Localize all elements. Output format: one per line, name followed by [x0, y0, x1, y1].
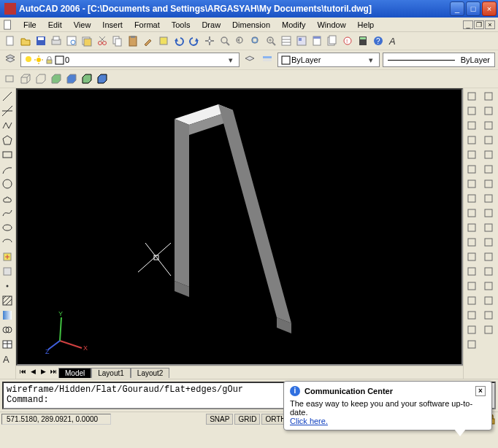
rotate-icon[interactable]: [481, 177, 496, 191]
layer-states-button[interactable]: [260, 53, 275, 67]
chevron-down-icon[interactable]: ▾: [366, 55, 376, 65]
tab-layout2[interactable]: Layout2: [131, 368, 170, 378]
revcloud-icon[interactable]: [0, 191, 15, 206]
mtext-icon[interactable]: A: [0, 352, 15, 366]
block-insert-icon[interactable]: [0, 250, 15, 264]
redo-icon[interactable]: [187, 34, 202, 48]
menu-dimension[interactable]: Dimension: [226, 19, 276, 31]
gradient-icon[interactable]: [0, 308, 15, 323]
mdi-close-button[interactable]: ×: [485, 20, 495, 29]
cut-icon[interactable]: [95, 34, 110, 48]
break-pt-icon[interactable]: [481, 250, 496, 264]
block-editor-icon[interactable]: [156, 34, 171, 48]
layer-dropdown[interactable]: 0 ▾: [20, 53, 240, 67]
layer-manager-button[interactable]: [3, 53, 18, 67]
ellipse-arc-icon[interactable]: [0, 235, 15, 250]
tangent-icon[interactable]: [464, 235, 479, 250]
snap-from-icon[interactable]: [464, 118, 479, 133]
gouraud-icon[interactable]: [64, 72, 79, 86]
close-button[interactable]: ×: [482, 1, 497, 16]
mdi-minimize-button[interactable]: _: [463, 20, 473, 29]
tool-palettes-icon[interactable]: [310, 34, 324, 48]
insert-icon[interactable]: [464, 279, 479, 293]
menu-tools[interactable]: Tools: [166, 19, 196, 31]
undo-icon[interactable]: [172, 34, 186, 48]
extend-icon[interactable]: [481, 235, 496, 250]
ellipse-icon[interactable]: [0, 220, 15, 235]
make-block-icon[interactable]: [0, 264, 15, 279]
chamfer-icon[interactable]: [481, 293, 496, 308]
tab-first-button[interactable]: ⏮: [18, 368, 28, 378]
copy-obj-icon[interactable]: [481, 104, 496, 118]
polyline-icon[interactable]: [0, 118, 15, 133]
mdi-restore-button[interactable]: ❐: [474, 20, 484, 29]
hatch-icon[interactable]: [0, 293, 15, 308]
fillet-icon[interactable]: [481, 308, 496, 323]
coordinate-display[interactable]: 571.5180, 289.0921, 0.0000: [1, 414, 111, 425]
none-icon[interactable]: [464, 323, 479, 337]
temp-track-icon[interactable]: [464, 104, 479, 118]
3d-wire-icon[interactable]: [18, 72, 33, 86]
offset-icon[interactable]: [481, 133, 496, 147]
new-icon[interactable]: [3, 34, 18, 48]
endpoint-icon[interactable]: [464, 133, 479, 147]
app-intersect-icon[interactable]: [464, 177, 479, 191]
drawing-viewport[interactable]: X Y Z: [16, 88, 463, 366]
gouraud-edges-icon[interactable]: [95, 72, 110, 86]
center-icon[interactable]: [464, 206, 479, 220]
hidden-icon[interactable]: [34, 72, 48, 86]
circle-icon[interactable]: [0, 177, 15, 191]
copy-icon[interactable]: [110, 34, 125, 48]
maximize-button[interactable]: □: [466, 1, 480, 16]
publish-icon[interactable]: [80, 34, 94, 48]
status-toggle-snap[interactable]: SNAP: [206, 414, 233, 425]
menu-insert[interactable]: Insert: [96, 19, 129, 31]
ext-icon[interactable]: [464, 191, 479, 206]
calc-icon[interactable]: [356, 34, 370, 48]
dist-icon[interactable]: [464, 89, 479, 104]
plot-preview-icon[interactable]: [64, 34, 79, 48]
break-icon[interactable]: [481, 264, 496, 279]
popup-link[interactable]: Click here.: [290, 417, 328, 425]
pan-icon[interactable]: [202, 34, 217, 48]
2d-wire-icon[interactable]: [3, 72, 18, 86]
quadrant-icon[interactable]: [464, 220, 479, 235]
paste-icon[interactable]: [126, 34, 140, 48]
xline-icon[interactable]: [0, 104, 15, 118]
layer-prev-button[interactable]: [242, 53, 257, 67]
tab-prev-button[interactable]: ◀: [28, 368, 38, 378]
tab-next-button[interactable]: ▶: [38, 368, 48, 378]
osnap-settings-icon[interactable]: [464, 337, 479, 352]
zoom-rt-icon[interactable]: [218, 34, 232, 48]
menu-format[interactable]: Format: [129, 19, 166, 31]
arc-icon[interactable]: [0, 162, 15, 177]
color-dropdown[interactable]: ByLayer ▾: [277, 53, 380, 67]
join-icon[interactable]: [481, 279, 496, 293]
line-icon[interactable]: [0, 89, 15, 104]
minimize-button[interactable]: _: [450, 1, 464, 16]
markup-icon[interactable]: !: [340, 34, 355, 48]
region-icon[interactable]: [0, 323, 15, 337]
properties-icon[interactable]: [279, 34, 294, 48]
flat-icon[interactable]: [49, 72, 64, 86]
midpoint-icon[interactable]: [464, 147, 479, 162]
menu-view[interactable]: View: [68, 19, 97, 31]
node-icon[interactable]: [464, 293, 479, 308]
mirror-icon[interactable]: [481, 118, 496, 133]
move-icon[interactable]: [481, 162, 496, 177]
nearest-icon[interactable]: [464, 308, 479, 323]
open-icon[interactable]: [18, 34, 33, 48]
point-icon[interactable]: [0, 279, 15, 293]
status-toggle-grid[interactable]: GRID: [234, 414, 260, 425]
save-icon[interactable]: [34, 34, 48, 48]
perp-icon[interactable]: [464, 250, 479, 264]
polygon-icon[interactable]: [0, 133, 15, 147]
design-center-icon[interactable]: [294, 34, 309, 48]
linetype-dropdown[interactable]: ByLayer: [383, 53, 495, 67]
help-icon[interactable]: ?: [371, 34, 386, 48]
rectangle-icon[interactable]: [0, 147, 15, 162]
plot-icon[interactable]: [49, 34, 64, 48]
menu-modify[interactable]: Modify: [276, 19, 311, 31]
tab-layout1[interactable]: Layout1: [91, 368, 131, 378]
menu-draw[interactable]: Draw: [196, 19, 226, 31]
